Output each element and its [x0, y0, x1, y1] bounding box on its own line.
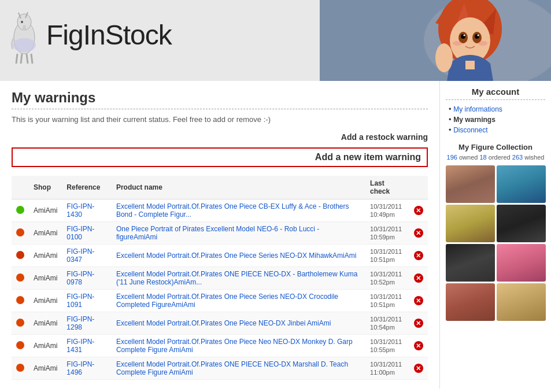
page-description: This is your warning list and their curr…	[12, 115, 428, 124]
col-lastcheck: Last check	[365, 176, 409, 199]
sidebar-nav-item[interactable]: My informations	[449, 105, 545, 113]
lastcheck-cell: 10/31/201110:49pm	[365, 199, 409, 222]
logo[interactable]: FigInStock	[6, 6, 172, 64]
collection-stats: 196 owned 18 ordered 263 wished	[446, 154, 545, 161]
wished-label: wished	[524, 154, 544, 161]
delete-cell[interactable]: ✕	[409, 357, 428, 380]
status-dot	[16, 364, 24, 372]
delete-cell[interactable]: ✕	[409, 245, 428, 267]
last-check-date: 10/31/201110:51pm	[370, 248, 402, 263]
svg-line-7	[21, 54, 22, 64]
delete-button[interactable]: ✕	[414, 341, 423, 350]
reference-link[interactable]: FIG-IPN-0978	[66, 270, 94, 286]
delete-button[interactable]: ✕	[414, 364, 423, 373]
reference-link[interactable]: FIG-IPN-1298	[66, 315, 94, 331]
delete-button[interactable]: ✕	[414, 273, 423, 283]
collection-thumb-5[interactable]	[446, 244, 495, 282]
delete-button[interactable]: ✕	[414, 206, 423, 215]
reference-link[interactable]: FIG-IPN-1496	[66, 360, 94, 376]
collection-thumb-4[interactable]	[497, 205, 546, 242]
product-cell: Excellent Model Portrait.Of.Pirates ONE …	[112, 267, 365, 290]
product-link[interactable]: Excellent Model Portrait.Of.Pirates ONE …	[116, 360, 348, 376]
reference-link[interactable]: FIG-IPN-1091	[66, 293, 94, 309]
sidebar-nav-link[interactable]: My warnings	[453, 116, 495, 124]
lastcheck-cell: 10/31/201111:00pm	[365, 357, 409, 380]
product-link[interactable]: Excellent Model Portrait.Of.Pirates One …	[116, 293, 338, 309]
reference-link[interactable]: FIG-IPN-1431	[66, 338, 94, 354]
collection-thumb-2[interactable]	[497, 165, 546, 203]
status-dot	[16, 273, 24, 282]
svg-line-6	[16, 54, 17, 64]
product-cell: Excellent Model Portrait.Of.Pirates One …	[112, 312, 365, 335]
last-check-date: 10/31/201110:51pm	[370, 293, 402, 308]
collection-thumb-8[interactable]	[497, 283, 546, 321]
sidebar-nav-link[interactable]: My informations	[453, 105, 502, 113]
account-nav: My informationsMy warningsDisconnect	[446, 105, 545, 134]
delete-button[interactable]: ✕	[414, 228, 423, 238]
table-row: AmiAmi FIG-IPN-1298 Excellent Model Port…	[12, 312, 428, 335]
delete-button[interactable]: ✕	[414, 296, 423, 305]
reference-cell: FIG-IPN-1431	[62, 335, 112, 357]
sidebar-divider	[446, 99, 545, 100]
status-dot	[16, 319, 24, 327]
sidebar-nav-link[interactable]: Disconnect	[453, 126, 487, 134]
table-row: AmiAmi FIG-IPN-1431 Excellent Model Port…	[12, 335, 428, 357]
delete-cell[interactable]: ✕	[409, 267, 428, 290]
collection-title: My Figure Collection	[446, 143, 545, 151]
product-link[interactable]: One Piece Portrait of Pirates Excellent …	[116, 225, 319, 241]
status-dot	[16, 296, 24, 304]
delete-cell[interactable]: ✕	[409, 290, 428, 312]
delete-cell[interactable]: ✕	[409, 312, 428, 335]
delete-button[interactable]: ✕	[414, 251, 423, 260]
add-new-item-bar[interactable]: Add a new item warning	[12, 147, 428, 167]
ordered-label: ordered	[489, 154, 511, 161]
collection-thumb-1[interactable]	[446, 165, 495, 203]
last-check-date: 10/31/201110:55pm	[370, 338, 402, 353]
col-delete	[409, 176, 428, 199]
last-check-date: 10/31/201110:59pm	[370, 225, 402, 241]
svg-line-9	[31, 54, 32, 64]
collection-thumb-6[interactable]	[497, 244, 546, 282]
shop-cell: AmiAmi	[29, 245, 62, 267]
reference-cell: FIG-IPN-1298	[62, 312, 112, 335]
status-cell	[12, 290, 29, 312]
last-check-date: 10/31/201110:54pm	[370, 316, 402, 331]
product-link[interactable]: Excellent Model Portrait.Of.Pirates One …	[116, 252, 356, 260]
delete-cell[interactable]: ✕	[409, 335, 428, 357]
product-link[interactable]: Excellent Model Portrait.Of.Pirates One …	[116, 319, 331, 327]
page-title: My warnings	[12, 90, 428, 106]
delete-cell[interactable]: ✕	[409, 222, 428, 245]
add-restock-button[interactable]: Add a restock warning	[341, 132, 428, 142]
status-dot	[16, 341, 24, 349]
reference-link[interactable]: FIG-IPN-1430	[66, 202, 94, 219]
main-content: My warnings This is your warning list an…	[0, 81, 439, 389]
reference-cell: FIG-IPN-1430	[62, 199, 112, 222]
table-row: AmiAmi FIG-IPN-0100 One Piece Portrait o…	[12, 222, 428, 245]
sidebar-nav-item[interactable]: My warnings	[449, 115, 545, 124]
product-link[interactable]: Excellent Model Portrait.Of.Pirates ONE …	[116, 270, 357, 286]
product-link[interactable]: Excellent Model Portrait.Of.Pirates One …	[116, 338, 353, 354]
delete-button[interactable]: ✕	[414, 319, 423, 328]
sidebar-nav-item[interactable]: Disconnect	[449, 125, 545, 134]
product-link[interactable]: Excellent Model Portrait.Of.Pirates One …	[116, 202, 349, 219]
product-cell: One Piece Portrait of Pirates Excellent …	[112, 222, 365, 245]
status-cell	[12, 267, 29, 290]
delete-cell[interactable]: ✕	[409, 199, 428, 222]
svg-point-5	[23, 25, 26, 31]
reference-link[interactable]: FIG-IPN-0347	[66, 247, 94, 264]
shop-cell: AmiAmi	[29, 357, 62, 380]
collection-thumb-7[interactable]	[446, 283, 495, 321]
last-check-date: 10/31/201110:49pm	[370, 203, 402, 218]
add-restock-bar: Add a restock warning	[12, 132, 428, 142]
title-divider	[12, 109, 428, 109]
last-check-date: 10/31/201110:52pm	[370, 271, 402, 286]
last-check-date: 10/31/201111:00pm	[370, 361, 402, 376]
col-product: Product name	[112, 176, 365, 199]
account-title: My account	[446, 87, 545, 97]
collection-thumb-3[interactable]	[446, 205, 495, 242]
reference-cell: FIG-IPN-0100	[62, 222, 112, 245]
reference-link[interactable]: FIG-IPN-0100	[66, 225, 94, 241]
add-new-item-button[interactable]: Add a new item warning	[315, 152, 421, 162]
status-dot	[16, 206, 24, 214]
lastcheck-cell: 10/31/201110:52pm	[365, 267, 409, 290]
